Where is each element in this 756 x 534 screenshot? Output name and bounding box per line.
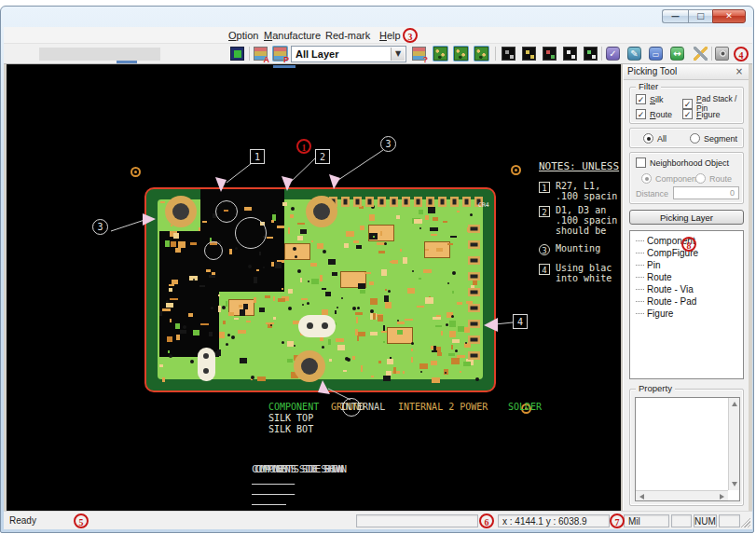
board-top-view-icon[interactable] — [433, 46, 448, 62]
status-units: Mil — [624, 514, 669, 527]
radio-icon — [641, 173, 652, 184]
filter-legend: Filter — [636, 82, 661, 91]
board-both-view-icon[interactable] — [453, 46, 469, 62]
scroll-up-icon[interactable] — [732, 402, 737, 406]
screen-view-icon[interactable] — [229, 46, 245, 62]
radio-icon — [643, 133, 653, 144]
close-button[interactable]: ✕ — [712, 9, 746, 23]
main-area: CR4 — [4, 64, 752, 511]
layer-list-p-icon[interactable]: P — [272, 46, 288, 62]
toolbar: A P All Layer▼ ? 4 — [4, 44, 752, 64]
menu-help[interactable]: Help — [377, 28, 404, 43]
distance-input[interactable]: 0 — [673, 186, 739, 199]
minimize-button[interactable]: — — [662, 9, 688, 23]
annotation-4: 4 — [734, 47, 749, 62]
annotation-3: 3 — [403, 28, 418, 43]
annotation-6: 6 — [479, 513, 494, 528]
tree-item-figure[interactable]: Figure — [636, 308, 743, 320]
layer-list-a-icon[interactable]: A — [253, 46, 268, 62]
chevron-down-icon[interactable]: ▼ — [391, 48, 405, 61]
status-coordinates: x : 4144.1 y : 6038.9 — [498, 514, 610, 527]
status-ready: Ready — [9, 515, 36, 526]
panel-close-icon[interactable]: × — [734, 66, 745, 77]
app-window: — □ ✕ Option Manufacture Red-mark Help 3… — [0, 6, 754, 533]
property-group: Property — [629, 389, 744, 506]
checkbox-check-icon: ✓ — [682, 109, 693, 119]
toolbar-separator — [495, 47, 496, 61]
checkbox-empty — [636, 157, 646, 168]
pcb-canvas[interactable]: CR4 — [7, 64, 621, 511]
panel-title: Picking Tool × — [624, 64, 749, 80]
checkbox-neighborhood-object[interactable]: Neighborhood Object — [636, 157, 729, 168]
export-icon[interactable] — [669, 46, 685, 62]
neighborhood-group: Neighborhood Object Component Route Dist… — [629, 152, 744, 204]
capture-camera-icon[interactable] — [714, 46, 730, 62]
toolbar-separator — [601, 47, 602, 61]
settings-wrench-icon[interactable] — [693, 46, 708, 62]
tree-item-route-via[interactable]: Route - Via — [636, 283, 743, 295]
drawing-callout-3-left: 3 — [92, 219, 108, 235]
annotation-5: 5 — [74, 513, 89, 528]
drawing-callout-1: 1 — [250, 149, 265, 164]
property-box — [635, 397, 740, 501]
scroll-right-icon[interactable] — [720, 494, 724, 500]
radio-component[interactable]: Component — [641, 173, 699, 184]
checkbox-check-icon: ✓ — [682, 99, 693, 109]
radio-icon — [695, 173, 706, 184]
status-bar: Ready 5 6 x : 4144.1 y : 6038.9 7 Mil NU… — [4, 511, 752, 529]
window-content: Option Manufacture Red-mark Help 3 A P A… — [4, 27, 752, 529]
status-num-lock: NUM — [694, 514, 717, 527]
tree-item-route-pad[interactable]: Route - Pad — [636, 295, 743, 308]
tree-item-pin[interactable]: Pin — [636, 259, 743, 271]
menu-red-mark[interactable]: Red-mark — [323, 28, 373, 43]
menu-option[interactable]: Option — [226, 28, 261, 43]
edit-pencil-icon[interactable] — [626, 46, 642, 62]
picking-layer-button[interactable]: Picking Layer — [629, 210, 744, 225]
toolbar-separator — [711, 47, 712, 61]
radio-route[interactable]: Route — [695, 173, 732, 184]
distance-label: Distance — [636, 189, 668, 199]
radio-icon — [690, 133, 700, 144]
checkbox-figure[interactable]: ✓ Figure — [682, 109, 721, 119]
resize-grip-icon[interactable] — [738, 515, 750, 527]
property-legend: Property — [636, 384, 675, 393]
status-progress-box — [356, 514, 478, 527]
checkbox-route[interactable]: ✓ Route — [636, 109, 672, 119]
annotation-7: 7 — [610, 513, 625, 528]
annotation-1: 1 — [296, 139, 311, 154]
titlebar[interactable]: — □ ✕ — [1, 7, 753, 27]
artwork-film-5-icon[interactable] — [583, 46, 598, 62]
layer-select-combobox[interactable]: All Layer▼ — [291, 46, 406, 62]
window-controls: — □ ✕ — [662, 9, 746, 23]
horizontal-scrollbar[interactable] — [636, 490, 728, 500]
annotation-8: 8 — [681, 237, 696, 252]
scroll-left-icon[interactable] — [639, 494, 644, 500]
drawing-callout-3-bottom — [342, 398, 361, 417]
menu-manufacture[interactable]: Manufacture — [261, 28, 323, 43]
menu-bar: Option Manufacture Red-mark Help 3 — [4, 27, 752, 44]
artwork-film-1-icon[interactable] — [501, 46, 516, 62]
picking-tool-panel: Picking Tool × Filter ✓ Silk ✓ Pad Stack… — [623, 64, 749, 511]
callout-leader-lines — [7, 64, 621, 511]
artwork-film-2-icon[interactable] — [521, 46, 537, 62]
maximize-button[interactable]: □ — [688, 9, 712, 23]
scroll-down-icon[interactable] — [732, 482, 737, 486]
radio-segment[interactable]: Segment — [690, 133, 737, 144]
artwork-film-3-icon[interactable] — [542, 46, 557, 62]
vertical-scrollbar[interactable] — [728, 398, 739, 490]
layer-help-icon[interactable]: ? — [411, 46, 427, 62]
status-empty-box — [719, 514, 740, 527]
board-pick-icon[interactable] — [474, 46, 489, 62]
radio-all[interactable]: All — [643, 133, 667, 144]
checkbox-check-icon: ✓ — [636, 94, 646, 104]
tree-item-route[interactable]: Route — [636, 271, 743, 283]
measure-icon[interactable] — [648, 46, 664, 62]
toolbar-separator — [249, 47, 250, 61]
artwork-film-4-icon[interactable] — [562, 46, 578, 62]
picking-layer-tree: Component CompFigure Pin Route Route - V… — [629, 230, 744, 379]
checkbox-silk[interactable]: ✓ Silk — [636, 94, 664, 104]
verify-check-icon[interactable] — [605, 46, 621, 62]
filter-group: Filter ✓ Silk ✓ Pad Stack / Pin ✓ Route — [629, 87, 744, 124]
drawing-callout-2: 2 — [315, 149, 330, 164]
blue-smudge — [117, 61, 137, 63]
